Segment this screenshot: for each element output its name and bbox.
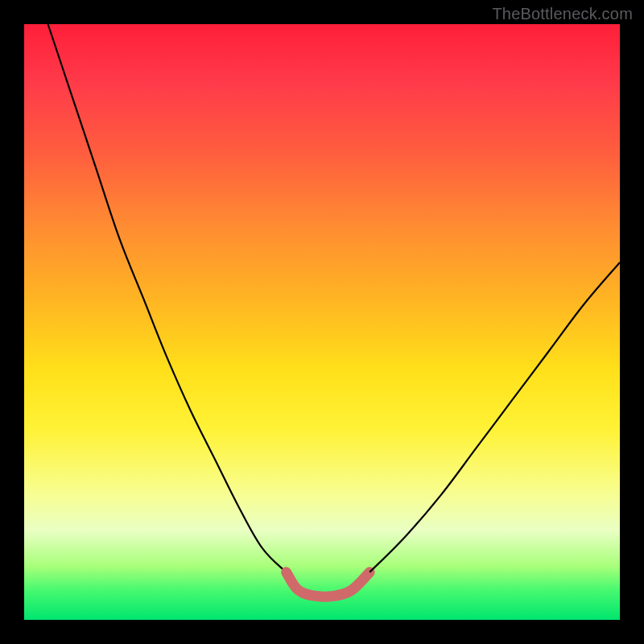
series-trough-highlight xyxy=(287,572,370,597)
curve-svg xyxy=(24,24,620,620)
plot-area xyxy=(24,24,620,620)
series-curve-left xyxy=(48,24,287,572)
watermark-text: TheBottleneck.com xyxy=(492,5,633,23)
series-curve-right xyxy=(369,262,620,572)
chart-stage: TheBottleneck.com xyxy=(0,0,644,644)
curve-group xyxy=(48,24,620,597)
